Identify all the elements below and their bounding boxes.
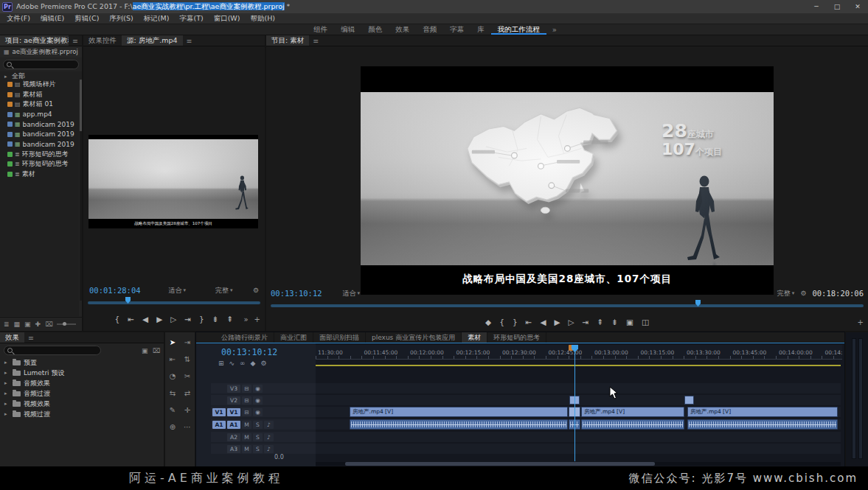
twirl-icon[interactable]: ▸ [4, 411, 10, 417]
go-to-out-button[interactable]: ⇥ [578, 314, 593, 330]
track-header-v1[interactable]: V1 V1 ⊟ ◉ [211, 407, 316, 417]
track-header-a2[interactable]: A2 M S ♪ [211, 432, 316, 442]
track-select-forward-tool-icon[interactable]: ⇥ [182, 337, 193, 347]
menu-sequence[interactable]: 序列(S) [104, 14, 138, 24]
effects-audio-transitions[interactable]: ▸ 音频过渡 [0, 388, 164, 399]
lift-button[interactable]: ⇞ [593, 314, 608, 330]
sequence-tab-1[interactable]: 公路骑行街景片 [215, 332, 274, 343]
timeline-audio-clip-2[interactable] [581, 419, 684, 430]
go-to-out-button[interactable]: ⇥ [181, 311, 195, 327]
project-item-bin-2[interactable]: 素材箱 [0, 90, 79, 100]
panel-menu-icon[interactable]: ≡ [183, 35, 196, 46]
effects-audio-effects[interactable]: ▸ 音频效果 [0, 378, 164, 388]
zoom-tool-icon[interactable]: ⊕ [167, 421, 178, 432]
add-button-icon[interactable]: + [254, 315, 260, 323]
go-to-in-button[interactable]: ⇤ [124, 311, 139, 327]
workspace-libraries[interactable]: 库 [471, 24, 491, 35]
rolling-edit-tool-icon[interactable]: ⇅ [182, 354, 193, 364]
add-marker-icon[interactable]: ◆ [251, 360, 256, 367]
icon-view-icon[interactable]: ▦ [14, 321, 21, 328]
step-back-button[interactable]: ◀ [536, 314, 550, 330]
menu-title[interactable]: 字幕(T) [174, 14, 208, 24]
new-custom-bin-icon[interactable]: ▣ [142, 347, 148, 354]
workspace-effects[interactable]: 效果 [389, 24, 416, 35]
track-header-v2[interactable]: V2 ⊟ ◉ [211, 395, 316, 405]
effects-video-effects[interactable]: ▸ 视频效果 [0, 399, 164, 409]
track-lane-a3[interactable] [316, 444, 841, 454]
track-lane-v3[interactable] [316, 383, 841, 393]
delete-custom-icon[interactable]: ⌧ [153, 347, 160, 354]
mark-out-button[interactable]: } [508, 314, 521, 330]
workspace-overflow-button[interactable]: » [548, 26, 561, 34]
label-color-chip[interactable] [7, 102, 13, 107]
track-visibility-icon[interactable]: ◉ [253, 396, 263, 405]
mark-in-button[interactable]: { [111, 311, 124, 327]
project-file-row[interactable]: ▦ ae商业案例教程.prproj [0, 46, 82, 57]
label-color-chip[interactable] [7, 92, 13, 97]
timeline-audio-clip-3[interactable] [687, 419, 838, 430]
export-frame-button[interactable]: ▣ [622, 314, 638, 330]
overwrite-button[interactable]: ⇞ [223, 311, 237, 327]
voiceover-mic-icon[interactable]: ♪ [264, 445, 274, 453]
settings-wrench-icon[interactable]: ⚙ [253, 287, 259, 294]
selection-tool-icon[interactable]: ➤ [167, 337, 178, 347]
track-target-box[interactable]: V3 [227, 385, 240, 393]
track-target-box[interactable]: A2 [227, 433, 240, 441]
timeline-ruler[interactable]: 11:30:0000:11:45:0000:12:00:0000:12:15:0… [316, 345, 842, 360]
list-view-icon[interactable]: ≣ [4, 321, 10, 328]
insert-button[interactable]: ⇟ [208, 311, 223, 327]
new-item-icon[interactable]: ✚ [35, 321, 41, 328]
sequence-tab-2[interactable]: 商业汇图 [274, 332, 313, 343]
label-color-chip[interactable] [7, 132, 13, 137]
project-item-bin-1[interactable]: 视频场样片 [0, 80, 79, 90]
hand-tool-icon[interactable]: ✛ [182, 405, 193, 415]
new-bin-icon[interactable]: ▣ [24, 321, 31, 328]
solo-button[interactable]: S [253, 421, 263, 429]
label-color-chip[interactable] [7, 152, 13, 157]
program-resolution-dropdown[interactable]: 完整▾ [777, 289, 795, 298]
twirl-icon[interactable]: ▸ [4, 370, 10, 376]
pen-tool-icon[interactable]: ✎ [167, 405, 178, 415]
panel-menu-icon[interactable]: ≡ [69, 35, 82, 46]
workspace-assembly[interactable]: 组件 [307, 24, 334, 35]
button-overflow-icon[interactable]: » [243, 315, 248, 323]
maximize-button[interactable]: □ [827, 0, 847, 13]
source-scrollbar[interactable] [88, 301, 260, 304]
workspace-custom[interactable]: 我的工作流程 [491, 24, 546, 35]
play-button[interactable]: ▶ [153, 311, 167, 327]
track-header-a1[interactable]: A1 A1 M S ♪ [211, 419, 316, 430]
zoom-slider[interactable] [57, 323, 76, 325]
slip-tool-icon[interactable]: ⇆ [167, 388, 178, 398]
minimize-button[interactable]: ─ [806, 0, 827, 13]
tab-effect-controls[interactable]: 效果控件 [83, 35, 122, 46]
mute-button[interactable]: M [242, 433, 251, 441]
mute-button[interactable]: M [242, 421, 251, 429]
timeline-timecode[interactable]: 00:13:10:12 [221, 347, 277, 357]
panel-menu-icon[interactable]: ≡ [309, 35, 322, 46]
timeline-playhead[interactable] [574, 345, 575, 461]
linked-selection-icon[interactable]: ∞ [240, 360, 246, 367]
slide-tool-icon[interactable]: ⇄ [182, 388, 193, 398]
source-fit-dropdown[interactable]: 适合▾ [169, 286, 187, 295]
mark-out-button[interactable]: } [195, 311, 209, 327]
effects-presets[interactable]: ▸ 预置 [0, 357, 164, 368]
add-marker-button[interactable]: ◆ [482, 314, 496, 330]
sync-lock-icon[interactable]: ⊟ [242, 385, 251, 393]
track-target-box[interactable]: V2 [227, 396, 240, 405]
menu-edit[interactable]: 编辑(E) [35, 14, 69, 24]
project-item-clip-2[interactable]: bandicam 2019 [0, 119, 79, 130]
source-timecode[interactable]: 00:01:28:04 [89, 286, 141, 295]
solo-button[interactable]: S [253, 445, 263, 453]
project-item-bin-3[interactable]: 素材箱 01 [0, 99, 79, 110]
sync-lock-icon[interactable]: ⊟ [242, 408, 251, 416]
panel-menu-icon[interactable]: ≡ [24, 332, 38, 343]
ripple-edit-tool-icon[interactable]: ⇤ [167, 354, 178, 364]
timeline-audio-clip-1[interactable] [350, 419, 568, 430]
menu-marker[interactable]: 标记(M) [139, 14, 175, 24]
menu-window[interactable]: 窗口(W) [209, 14, 246, 24]
timeline-clip-v1-2[interactable]: 房地产.mp4 [V] [581, 407, 684, 417]
timeline-settings-icon[interactable]: ⚙ [261, 360, 267, 367]
source-resolution-dropdown[interactable]: 完整▾ [215, 286, 233, 295]
label-color-chip[interactable] [7, 82, 13, 87]
track-target-box[interactable]: V1 [227, 408, 240, 416]
